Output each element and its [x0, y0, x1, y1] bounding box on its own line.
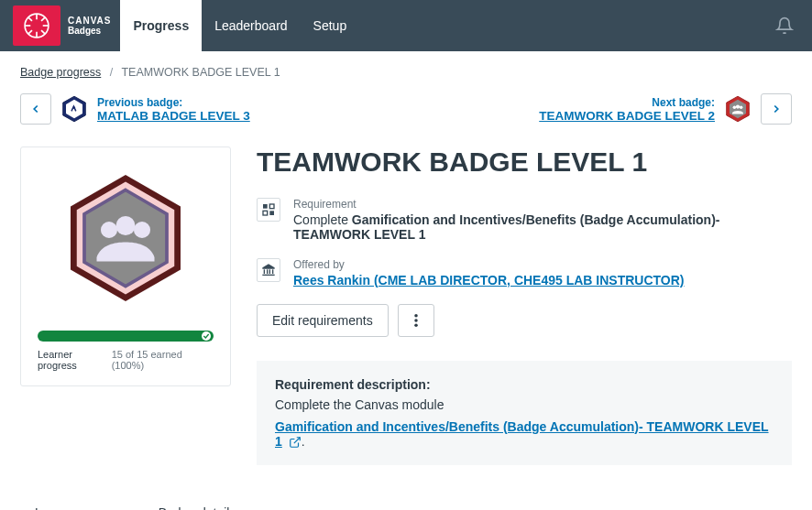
brand-text: CANVAS Badges — [68, 0, 111, 51]
req-desc-dot: . — [302, 434, 305, 449]
svg-point-15 — [736, 105, 740, 109]
teamwork-badge-icon — [57, 169, 194, 307]
brand-logo — [13, 5, 60, 46]
tab-leaderboard[interactable]: Leaderboard — [202, 0, 300, 51]
svg-rect-23 — [263, 204, 268, 209]
next-badge-button[interactable] — [761, 93, 792, 125]
requirement-label: Requirement — [293, 198, 792, 211]
svg-point-20 — [101, 222, 117, 238]
tab-setup[interactable]: Setup — [301, 0, 360, 51]
previous-badge-icon — [60, 95, 88, 123]
next-badge-link[interactable]: TEAMWORK BADGE LEVEL 2 — [539, 109, 715, 123]
svg-rect-30 — [272, 269, 273, 274]
institution-icon — [261, 263, 276, 277]
tab-progress[interactable]: Progress — [120, 0, 202, 51]
check-icon — [203, 332, 210, 340]
external-link-icon — [289, 436, 302, 449]
svg-rect-28 — [267, 269, 268, 274]
subtab-badge-details[interactable]: Badge details — [159, 496, 236, 510]
previous-badge-button[interactable] — [20, 93, 51, 125]
svg-rect-31 — [262, 275, 274, 276]
req-desc-link-row: Gamification and Incentives/Benefits (Ba… — [275, 419, 774, 449]
next-badge-label: Next badge: — [539, 96, 715, 109]
notifications-button[interactable] — [775, 0, 794, 51]
bell-icon — [775, 16, 794, 35]
svg-rect-27 — [264, 269, 265, 274]
top-navigation: CANVAS Badges Progress Leaderboard Setup — [0, 0, 812, 51]
chevron-left-icon — [29, 103, 42, 115]
svg-point-14 — [733, 105, 737, 109]
svg-point-22 — [134, 222, 150, 238]
svg-point-21 — [116, 216, 136, 235]
svg-line-6 — [41, 30, 45, 34]
previous-badge-link[interactable]: MATLAB BADGE LEVEL 3 — [97, 109, 250, 123]
learner-progress-value: 15 of 15 earned (100%) — [112, 349, 214, 371]
svg-rect-24 — [269, 204, 274, 209]
top-tabs: Progress Leaderboard Setup — [120, 0, 359, 51]
svg-rect-26 — [269, 211, 274, 215]
svg-point-11 — [73, 107, 75, 109]
page-title: TEAMWORK BADGE LEVEL 1 — [257, 146, 792, 178]
svg-line-8 — [41, 17, 45, 21]
svg-line-7 — [28, 30, 32, 34]
progress-bar — [38, 331, 214, 342]
sub-tabs: Learner progress Badge details — [20, 496, 792, 510]
previous-badge-nav: Previous badge: MATLAB BADGE LEVEL 3 — [20, 93, 250, 125]
brand-line-2: Badges — [68, 26, 111, 36]
offered-by-row: Offered by Rees Rankin (CME LAB DIRECTOR… — [257, 258, 792, 288]
offered-by-label: Offered by — [293, 258, 685, 271]
badge-nav-row: Previous badge: MATLAB BADGE LEVEL 3 Nex… — [20, 93, 792, 125]
offered-by-link[interactable]: Rees Rankin (CME LAB DIRECTOR, CHE495 LA… — [293, 273, 685, 288]
next-badge-icon — [724, 95, 752, 123]
requirement-description-box: Requirement description: Complete the Ca… — [257, 361, 792, 465]
offered-by-icon-box — [257, 258, 280, 282]
breadcrumb: Badge progress / TEAMWORK BADGE LEVEL 1 — [20, 66, 792, 79]
progress-complete-check — [202, 331, 211, 341]
breadcrumb-root[interactable]: Badge progress — [20, 66, 101, 79]
learner-progress-label: Learner progress — [38, 349, 112, 371]
svg-point-32 — [414, 314, 418, 318]
breadcrumb-current: TEAMWORK BADGE LEVEL 1 — [121, 66, 280, 79]
svg-point-16 — [740, 105, 743, 109]
svg-point-34 — [414, 324, 418, 328]
kebab-icon — [414, 314, 418, 327]
more-options-button[interactable] — [398, 304, 434, 337]
svg-point-33 — [414, 319, 418, 322]
req-desc-text: Complete the Canvas module — [275, 397, 774, 412]
previous-badge-label: Previous badge: — [97, 96, 250, 109]
requirement-row: Requirement Complete Gamification and In… — [257, 198, 792, 242]
brand-line-1: CANVAS — [68, 16, 111, 26]
grid-icon — [261, 202, 276, 217]
requirement-value: Complete Gamification and Incentives/Ben… — [293, 212, 792, 242]
req-desc-link[interactable]: Gamification and Incentives/Benefits (Ba… — [275, 419, 769, 449]
svg-line-5 — [28, 17, 32, 21]
svg-rect-25 — [263, 211, 268, 215]
chevron-right-icon — [770, 103, 783, 115]
svg-line-35 — [294, 438, 300, 443]
canvas-logo-icon — [24, 13, 49, 38]
breadcrumb-separator: / — [110, 66, 113, 79]
edit-requirements-button[interactable]: Edit requirements — [257, 304, 389, 337]
badge-card: Learner progress 15 of 15 earned (100%) — [20, 146, 231, 386]
requirement-icon-box — [257, 198, 280, 222]
next-badge-nav: Next badge: TEAMWORK BADGE LEVEL 2 — [539, 93, 792, 125]
subtab-learner-progress[interactable]: Learner progress — [35, 496, 133, 510]
req-desc-heading: Requirement description: — [275, 377, 774, 392]
svg-rect-29 — [269, 269, 270, 274]
